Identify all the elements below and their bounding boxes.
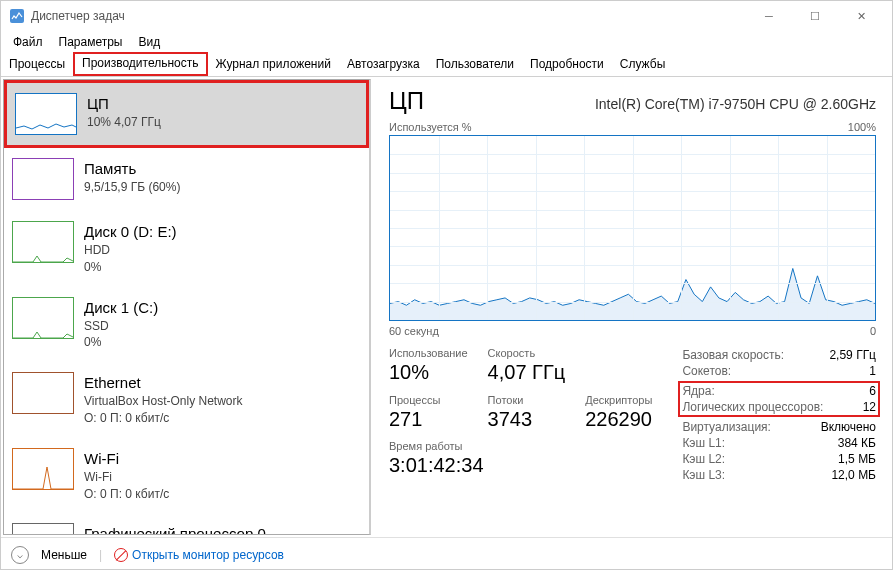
processes-value: 271 <box>389 408 468 431</box>
sidebar-sub1: VirtualBox Host-Only Network <box>84 393 243 410</box>
collapse-icon[interactable]: ⌵ <box>11 546 29 564</box>
cpu-info-row: Кэш L3:12,0 МБ <box>682 467 876 483</box>
sidebar-item-wifi-5[interactable]: Wi-FiWi-FiО: 0 П: 0 кбит/с <box>4 438 369 514</box>
thumb-mem <box>12 158 74 200</box>
sidebar-item-mem-1[interactable]: Память9,5/15,9 ГБ (60%) <box>4 148 369 211</box>
fewer-details-button[interactable]: Меньше <box>41 548 87 562</box>
sidebar-item-eth-4[interactable]: EthernetVirtualBox Host-Only NetworkО: 0… <box>4 362 369 438</box>
sidebar-sub2: О: 0 П: 0 кбит/с <box>84 410 243 427</box>
info-val: 12 <box>863 400 876 414</box>
sidebar-sub1: HDD <box>84 242 177 259</box>
handles-label: Дескрипторы <box>585 394 652 406</box>
sidebar-title: Графический процессор 0 <box>84 523 266 535</box>
uptime-value: 3:01:42:34 <box>389 454 652 477</box>
info-key: Кэш L1: <box>682 436 725 450</box>
sidebar-sub2: 0% <box>84 334 158 351</box>
perf-detail-pane: ЦП Intel(R) Core(TM) i7-9750H CPU @ 2.60… <box>373 77 892 537</box>
tab-app-history[interactable]: Журнал приложений <box>208 53 339 76</box>
processes-label: Процессы <box>389 394 468 406</box>
cpu-info-row: Кэш L2:1,5 МБ <box>682 451 876 467</box>
threads-label: Потоки <box>488 394 566 406</box>
speed-label: Скорость <box>488 347 566 359</box>
cpu-info-row: Сокетов:1 <box>682 363 876 379</box>
sidebar-sub2: 0% <box>84 259 177 276</box>
cpu-usage-chart <box>389 135 876 321</box>
sidebar-sub1: SSD <box>84 318 158 335</box>
sidebar-item-disk-3[interactable]: Диск 1 (C:)SSD0% <box>4 287 369 363</box>
info-val: 12,0 МБ <box>831 468 876 482</box>
cpu-model: Intel(R) Core(TM) i7-9750H CPU @ 2.60GHz <box>595 96 876 112</box>
tab-services[interactable]: Службы <box>612 53 673 76</box>
cpu-info-row: Виртуализация:Включено <box>682 419 876 435</box>
sidebar-title: Диск 1 (C:) <box>84 297 158 318</box>
close-button[interactable]: ✕ <box>838 1 884 31</box>
sidebar-title: ЦП <box>87 93 161 114</box>
info-key: Виртуализация: <box>682 420 771 434</box>
threads-value: 3743 <box>488 408 566 431</box>
app-icon <box>9 8 25 24</box>
thumb-disk <box>12 221 74 263</box>
cpu-info-list: Базовая скорость:2,59 ГГцСокетов:1Ядра:6… <box>682 347 876 483</box>
footer: ⌵ Меньше | Открыть монитор ресурсов <box>1 537 892 570</box>
sidebar-sub1: 10% 4,07 ГГц <box>87 114 161 131</box>
highlighted-cpu-specs: Ядра:6Логических процессоров:12 <box>678 381 880 417</box>
minimize-button[interactable]: ─ <box>746 1 792 31</box>
menubar: Файл Параметры Вид <box>1 31 892 53</box>
info-val: 1 <box>869 364 876 378</box>
sidebar-title: Память <box>84 158 180 179</box>
tab-processes[interactable]: Процессы <box>1 53 73 76</box>
info-val: 1,5 МБ <box>838 452 876 466</box>
thumb-cpu <box>15 93 77 135</box>
info-val: 384 КБ <box>838 436 876 450</box>
sidebar-item-cpu-0[interactable]: ЦП10% 4,07 ГГц <box>4 80 369 148</box>
sidebar-sub1: 9,5/15,9 ГБ (60%) <box>84 179 180 196</box>
resmon-icon <box>114 548 128 562</box>
info-key: Кэш L3: <box>682 468 725 482</box>
menu-options[interactable]: Параметры <box>51 33 131 51</box>
info-key: Сокетов: <box>682 364 731 378</box>
sidebar-title: Wi-Fi <box>84 448 169 469</box>
chart-label-top-right: 100% <box>848 121 876 133</box>
maximize-button[interactable]: ☐ <box>792 1 838 31</box>
cpu-info-row: Кэш L1:384 КБ <box>682 435 876 451</box>
open-resmon-link[interactable]: Открыть монитор ресурсов <box>114 548 284 562</box>
info-val: Включено <box>821 420 876 434</box>
tab-performance[interactable]: Производительность <box>73 52 207 76</box>
sidebar-title: Ethernet <box>84 372 243 393</box>
sidebar-item-disk-2[interactable]: Диск 0 (D: E:)HDD0% <box>4 211 369 287</box>
chart-label-top-left: Используется % <box>389 121 472 133</box>
usage-label: Использование <box>389 347 468 359</box>
info-key: Ядра: <box>682 384 714 398</box>
sidebar-sub1: Wi-Fi <box>84 469 169 486</box>
titlebar: Диспетчер задач ─ ☐ ✕ <box>1 1 892 31</box>
sidebar-item-gpu-6[interactable]: Графический процессор 0Intel(R) UHD Grap… <box>4 513 369 535</box>
cpu-info-row: Базовая скорость:2,59 ГГц <box>682 347 876 363</box>
uptime-label: Время работы <box>389 440 652 452</box>
thumb-eth <box>12 372 74 414</box>
chart-label-bot-right: 0 <box>870 325 876 337</box>
sidebar-sub2: О: 0 П: 0 кбит/с <box>84 486 169 503</box>
menu-file[interactable]: Файл <box>5 33 51 51</box>
usage-value: 10% <box>389 361 468 384</box>
info-key: Кэш L2: <box>682 452 725 466</box>
info-key: Базовая скорость: <box>682 348 784 362</box>
thumb-gpu <box>12 523 74 535</box>
info-val: 6 <box>869 384 876 398</box>
window-title: Диспетчер задач <box>31 9 746 23</box>
perf-sidebar[interactable]: ЦП10% 4,07 ГГцПамять9,5/15,9 ГБ (60%)Дис… <box>3 79 371 535</box>
tabbar: Процессы Производительность Журнал прило… <box>1 53 892 77</box>
detail-title: ЦП <box>389 87 424 115</box>
tab-startup[interactable]: Автозагрузка <box>339 53 428 76</box>
sidebar-title: Диск 0 (D: E:) <box>84 221 177 242</box>
info-key: Логических процессоров: <box>682 400 823 414</box>
cpu-info-row: Ядра:6 <box>682 383 876 399</box>
speed-value: 4,07 ГГц <box>488 361 566 384</box>
menu-view[interactable]: Вид <box>130 33 168 51</box>
cpu-info-row: Логических процессоров:12 <box>682 399 876 415</box>
tab-users[interactable]: Пользователи <box>428 53 522 76</box>
handles-value: 226290 <box>585 408 652 431</box>
tab-details[interactable]: Подробности <box>522 53 612 76</box>
thumb-disk <box>12 297 74 339</box>
chart-label-bot-left: 60 секунд <box>389 325 439 337</box>
info-val: 2,59 ГГц <box>829 348 876 362</box>
